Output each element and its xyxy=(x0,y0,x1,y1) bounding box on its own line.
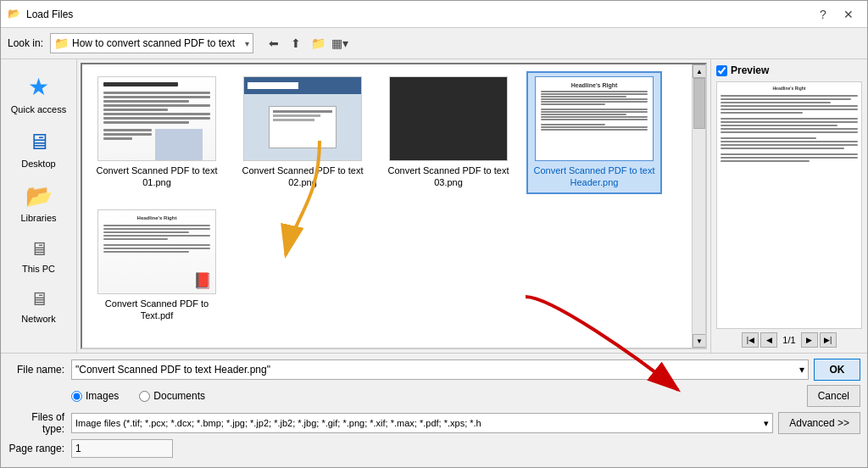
title-bar-controls: ? ✕ xyxy=(811,4,860,25)
filename-field: "Convert Scanned PDF to text Header.png"… xyxy=(71,359,860,381)
scroll-down-button[interactable]: ▼ xyxy=(693,334,706,348)
filename-row: File name: "Convert Scanned PDF to text … xyxy=(8,359,860,381)
desktop-icon: 🖥 xyxy=(28,129,50,155)
filetype-field: Image files (*.tif; *.pcx; *.dcx; *.bmp;… xyxy=(71,412,860,434)
file-item-5[interactable]: Headline's Right xyxy=(89,204,225,327)
libraries-icon: 📂 xyxy=(25,183,53,209)
preview-label: Preview xyxy=(731,64,769,76)
quick-access-icon: ★ xyxy=(28,73,49,101)
bottom-panel: File name: "Convert Scanned PDF to text … xyxy=(1,353,867,467)
file-item-2[interactable]: Convert Scanned PDF to text 02.png xyxy=(235,71,370,194)
cancel-button[interactable]: Cancel xyxy=(807,385,860,407)
preview-nav: |◀ ◀ 1/1 ▶ ▶| xyxy=(716,332,862,348)
pagerange-row: Page range: xyxy=(8,439,860,458)
filetype-label: Files of type: xyxy=(8,411,71,435)
scroll-thumb[interactable] xyxy=(693,78,705,129)
sidebar-label-libraries: Libraries xyxy=(20,213,56,224)
file-name-1: Convert Scanned PDF to text 01.png xyxy=(94,164,220,189)
ok-button[interactable]: OK xyxy=(814,359,860,381)
sidebar-item-this-pc[interactable]: 🖥 This PC xyxy=(1,231,76,281)
window-icon: 📂 xyxy=(8,8,21,21)
filetype-value: Image files (*.tif; *.pcx; *.dcx; *.bmp;… xyxy=(75,418,481,428)
preview-text-lines: Headline's Right xyxy=(721,86,858,162)
file-list-wrapper: Convert Scanned PDF to text 01.png xyxy=(81,63,707,349)
file-list-area[interactable]: Convert Scanned PDF to text 01.png xyxy=(82,64,692,348)
nav-back-button[interactable]: ⬅ xyxy=(264,33,284,53)
scrollbar-vertical[interactable]: ▲ ▼ xyxy=(692,64,705,348)
sidebar: ★ Quick access 🖥 Desktop 📂 Libraries 🖥 T… xyxy=(1,59,77,353)
radio-documents-label: Documents xyxy=(153,390,205,402)
look-in-value: How to convert scanned PDF to text xyxy=(72,37,245,49)
sidebar-label-network: Network xyxy=(21,314,55,325)
radio-images-option[interactable]: Images xyxy=(71,390,119,402)
title-bar: 📂 Load Files ? ✕ xyxy=(1,1,867,28)
file-thumbnail-5: Headline's Right xyxy=(97,209,216,294)
window-title: Load Files xyxy=(26,8,811,20)
file-item-4[interactable]: Headline's Right xyxy=(526,71,662,194)
advanced-button[interactable]: Advanced >> xyxy=(778,412,860,434)
radio-documents[interactable] xyxy=(139,391,150,402)
preview-prev-button[interactable]: ◀ xyxy=(760,332,777,348)
filetype-combo[interactable]: Image files (*.tif; *.pcx; *.dcx; *.bmp;… xyxy=(71,413,773,433)
scroll-track[interactable] xyxy=(693,78,705,334)
preview-panel: Preview Headline's Right xyxy=(710,59,867,353)
file-name-4: Convert Scanned PDF to text Header.png xyxy=(531,164,657,189)
main-content: ★ Quick access 🖥 Desktop 📂 Libraries 🖥 T… xyxy=(1,59,867,353)
preview-first-button[interactable]: |◀ xyxy=(742,332,759,348)
help-button[interactable]: ? xyxy=(811,4,835,25)
file-item-3[interactable]: Convert Scanned PDF to text 03.png xyxy=(381,71,516,194)
view-menu-button[interactable]: ▦▾ xyxy=(330,33,350,53)
scroll-up-button[interactable]: ▲ xyxy=(693,64,706,78)
radio-documents-option[interactable]: Documents xyxy=(139,390,205,402)
filetype-row: Files of type: Image files (*.tif; *.pcx… xyxy=(8,411,860,435)
preview-header: Preview xyxy=(716,64,862,76)
file-thumbnail-3 xyxy=(389,76,508,161)
pagerange-input[interactable] xyxy=(71,439,173,458)
filename-combo-arrow: ▾ xyxy=(799,364,804,376)
pagerange-label: Page range: xyxy=(8,443,71,454)
pdf-icon: 📕 xyxy=(193,271,212,290)
folder-icon: 📁 xyxy=(54,36,69,50)
filename-value: "Convert Scanned PDF to text Header.png" xyxy=(75,364,270,376)
look-in-combo[interactable]: 📁 How to convert scanned PDF to text ▾ xyxy=(50,33,253,53)
filename-combo[interactable]: "Convert Scanned PDF to text Header.png"… xyxy=(71,359,809,380)
sidebar-item-quick-access[interactable]: ★ Quick access xyxy=(1,66,76,122)
close-button[interactable]: ✕ xyxy=(837,4,860,25)
sidebar-label-desktop: Desktop xyxy=(21,159,55,170)
file-grid: Convert Scanned PDF to text 01.png xyxy=(89,71,685,326)
preview-last-button[interactable]: ▶| xyxy=(820,332,837,348)
preview-page-info: 1/1 xyxy=(779,335,798,345)
file-name-5: Convert Scanned PDF to Text.pdf xyxy=(94,298,220,322)
sidebar-item-network[interactable]: 🖥 Network xyxy=(1,281,76,332)
file-item-1[interactable]: Convert Scanned PDF to text 01.png xyxy=(89,71,225,194)
preview-doc: Headline's Right xyxy=(717,82,861,328)
new-folder-button[interactable]: 📁 xyxy=(308,33,328,53)
sidebar-item-libraries[interactable]: 📂 Libraries xyxy=(1,176,76,231)
file-name-2: Convert Scanned PDF to text 02.png xyxy=(240,164,365,189)
toolbar-icons: ⬅ ⬆ 📁 ▦▾ xyxy=(264,33,350,53)
sidebar-label-quick-access: Quick access xyxy=(11,104,66,115)
look-in-label: Look in: xyxy=(8,37,43,49)
nav-up-button[interactable]: ⬆ xyxy=(286,33,306,53)
preview-image-area: Headline's Right xyxy=(716,81,862,329)
radio-images[interactable] xyxy=(71,391,82,402)
file-name-3: Convert Scanned PDF to text 03.png xyxy=(386,164,511,189)
sidebar-item-desktop[interactable]: 🖥 Desktop xyxy=(1,122,76,176)
radio-row: Images Documents Cancel xyxy=(71,385,860,407)
filename-label: File name: xyxy=(8,364,71,376)
preview-checkbox[interactable] xyxy=(716,65,727,76)
toolbar: Look in: 📁 How to convert scanned PDF to… xyxy=(1,28,867,59)
network-icon: 🖥 xyxy=(30,288,48,310)
file-thumbnail-2 xyxy=(243,76,362,161)
file-thumbnail-1 xyxy=(97,76,216,161)
preview-next-button[interactable]: ▶ xyxy=(801,332,818,348)
filetype-combo-arrow: ▾ xyxy=(764,418,769,429)
this-pc-icon: 🖥 xyxy=(30,238,48,260)
combo-arrow-icon: ▾ xyxy=(245,39,249,48)
radio-images-label: Images xyxy=(86,390,119,402)
file-thumbnail-4: Headline's Right xyxy=(535,76,654,161)
sidebar-label-this-pc: This PC xyxy=(22,264,55,275)
